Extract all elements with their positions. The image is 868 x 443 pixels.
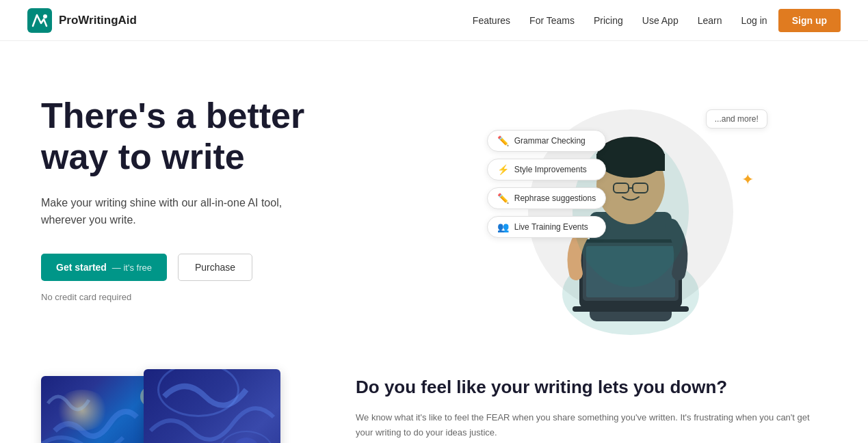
logo-icon <box>27 8 52 33</box>
hero-title: There's a better way to write <box>41 96 434 178</box>
hero-buttons: Get started — it's free Purchase <box>41 254 434 281</box>
nav-pricing[interactable]: Pricing <box>594 15 623 26</box>
pill-style: ⚡ Style Improvements <box>487 159 606 180</box>
sparkle-icon: ✦ <box>741 171 754 189</box>
grammar-icon: ✏️ <box>497 135 509 146</box>
login-link[interactable]: Log in <box>741 15 767 26</box>
section2-right: Do you feel like your writing lets you d… <box>356 369 827 440</box>
pill-grammar: ✏️ Grammar Checking <box>487 130 606 152</box>
navbar: ProWritingAid Features For Teams Pricing… <box>0 0 868 41</box>
hero-section: There's a better way to write Make your … <box>0 41 868 355</box>
hero-right: ...and more! ✦ <box>434 82 828 342</box>
section2-text: We know what it's like to feel the FEAR … <box>356 410 827 440</box>
hero-left: There's a better way to write Make your … <box>41 82 434 302</box>
get-started-label: Get started <box>56 262 107 273</box>
section2-left: My idea in my head <box>41 369 315 443</box>
nav-links: Features For Teams Pricing Use App Learn <box>473 14 722 27</box>
feature-pills: ✏️ Grammar Checking ⚡ Style Improvements… <box>487 130 606 238</box>
svg-point-16 <box>233 438 260 443</box>
pill-rephrase-label: Rephrase suggestions <box>514 193 596 203</box>
more-bubble: ...and more! <box>706 109 767 129</box>
section2-title: Do you feel like your writing lets you d… <box>356 376 827 399</box>
pill-training: 👥 Live Training Events <box>487 216 606 238</box>
nav-features[interactable]: Features <box>473 15 510 26</box>
signup-button[interactable]: Sign up <box>778 9 841 32</box>
pill-style-label: Style Improvements <box>514 165 587 174</box>
artwork-stack: My idea in my head <box>41 369 301 443</box>
hero-illustration: ...and more! ✦ <box>487 89 774 335</box>
svg-point-1 <box>43 14 47 18</box>
pill-rephrase: ✏️ Rephrase suggestions <box>487 187 606 209</box>
pill-grammar-label: Grammar Checking <box>514 136 586 146</box>
nav-learn[interactable]: Learn <box>698 15 722 26</box>
svg-rect-7 <box>586 246 675 297</box>
no-credit-card-text: No credit card required <box>41 292 434 302</box>
pill-training-label: Live Training Events <box>514 222 588 232</box>
nav-for-teams[interactable]: For Teams <box>529 15 575 26</box>
purchase-button[interactable]: Purchase <box>178 254 252 281</box>
svg-rect-10 <box>596 154 665 171</box>
artwork-front <box>144 369 280 443</box>
hero-subtitle: Make your writing shine with our all-in-… <box>41 194 328 229</box>
get-started-button[interactable]: Get started — it's free <box>41 254 167 281</box>
brand-name: ProWritingAid <box>59 14 137 27</box>
nav-use-app[interactable]: Use App <box>642 15 679 26</box>
dark-card <box>144 369 280 443</box>
style-icon: ⚡ <box>497 164 509 175</box>
section2: My idea in my head Do you feel like your… <box>0 355 868 443</box>
svg-rect-6 <box>573 306 689 312</box>
logo-link[interactable]: ProWritingAid <box>27 8 137 33</box>
free-label: — it's free <box>112 263 152 273</box>
training-icon: 👥 <box>497 222 509 232</box>
rephrase-icon: ✏️ <box>497 193 509 204</box>
